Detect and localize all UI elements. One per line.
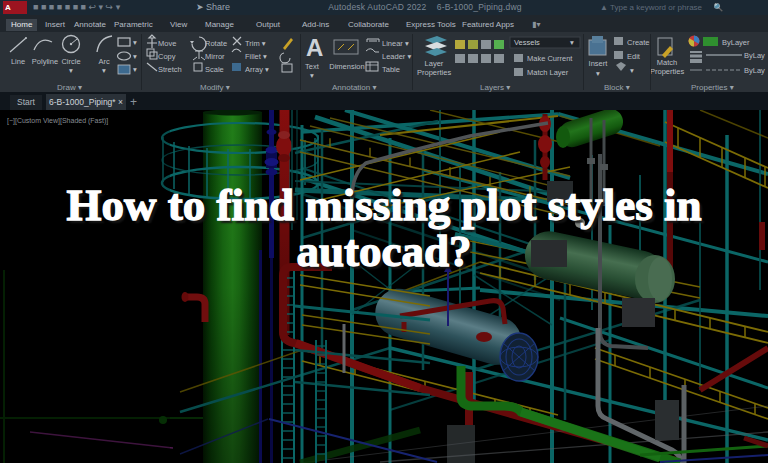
svg-text:A: A — [306, 34, 323, 61]
